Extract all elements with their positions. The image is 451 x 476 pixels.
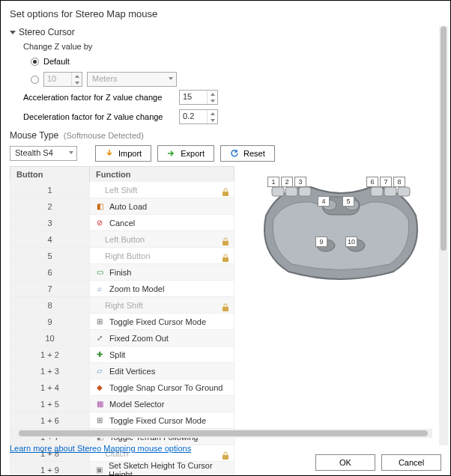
split-icon: ✚ bbox=[94, 350, 105, 360]
change-z-label: Change Z value by bbox=[23, 42, 435, 51]
accel-spinner[interactable]: 15 bbox=[179, 90, 218, 105]
vertical-scroll-thumb[interactable] bbox=[441, 26, 447, 251]
lock-icon bbox=[222, 303, 229, 312]
custom-value-spinner: 10 bbox=[43, 72, 82, 87]
table-row[interactable]: 10⤢Fixed Zoom Out bbox=[10, 330, 234, 347]
function-label: Left Button bbox=[105, 235, 145, 244]
import-label: Import bbox=[118, 149, 142, 158]
svg-rect-1 bbox=[223, 241, 228, 245]
vertical-scrollbar[interactable] bbox=[439, 26, 448, 445]
model-selector-icon: ▦ bbox=[94, 399, 105, 409]
reset-button[interactable]: Reset bbox=[220, 145, 275, 162]
diagram-button-label-2: 2 bbox=[281, 177, 293, 187]
button-cell: 10 bbox=[10, 330, 90, 346]
function-cell[interactable]: ◆Toggle Snap Cursor To Ground bbox=[90, 382, 234, 393]
function-label: Cancel bbox=[109, 219, 135, 228]
section-stereo-cursor[interactable]: Stereo Cursor bbox=[10, 27, 435, 37]
svg-rect-3 bbox=[223, 307, 228, 311]
table-row[interactable]: 2◧Auto Load bbox=[10, 198, 234, 215]
table-row[interactable]: 1 + 3▱Edit Vertices bbox=[10, 363, 234, 379]
import-button[interactable]: Import bbox=[95, 145, 151, 162]
radio-default[interactable] bbox=[31, 58, 39, 66]
export-icon bbox=[167, 149, 176, 158]
function-cell[interactable]: ✚Split bbox=[90, 350, 234, 360]
diagram-button-label-10: 10 bbox=[345, 237, 357, 247]
function-cell[interactable]: ◧Auto Load bbox=[90, 201, 234, 212]
table-row[interactable]: 4Left Button bbox=[10, 231, 234, 248]
horizontal-scroll-thumb[interactable] bbox=[19, 430, 428, 436]
finish-icon: ▭ bbox=[94, 267, 105, 278]
svg-rect-2 bbox=[223, 257, 228, 262]
table-row[interactable]: 1 + 6⊞Toggle Fixed Cursor Mode bbox=[10, 412, 234, 429]
horizontal-scrollbar[interactable] bbox=[10, 429, 432, 438]
button-cell: 3 bbox=[10, 215, 90, 231]
function-label: Model Selector bbox=[109, 400, 164, 409]
table-row[interactable]: 5Right Button bbox=[10, 248, 234, 264]
button-cell: 4 bbox=[10, 231, 90, 247]
table-row[interactable]: 3⊘Cancel bbox=[10, 215, 234, 231]
function-label: Toggle Snap Cursor To Ground bbox=[109, 383, 223, 392]
lock-icon bbox=[222, 254, 229, 263]
th-function[interactable]: Function bbox=[90, 167, 234, 182]
zoom-out-icon: ⤢ bbox=[94, 333, 105, 344]
mouse-model-combo[interactable]: Stealth S4 bbox=[10, 146, 77, 161]
function-cell[interactable]: Left Shift bbox=[90, 186, 234, 195]
ok-button[interactable]: OK bbox=[315, 454, 375, 471]
table-row[interactable]: 8Right Shift bbox=[10, 297, 234, 314]
function-cell[interactable]: ⤢Fixed Zoom Out bbox=[90, 333, 234, 344]
table-row[interactable]: 6▭Finish bbox=[10, 264, 234, 281]
table-row[interactable]: 7⌕Zoom to Model bbox=[10, 281, 234, 297]
function-cell[interactable]: ⊞Toggle Fixed Cursor Mode bbox=[90, 317, 234, 327]
function-cell[interactable]: ⊘Cancel bbox=[90, 218, 234, 228]
function-cell[interactable]: ▱Edit Vertices bbox=[90, 366, 234, 376]
edit-vertices-icon: ▱ bbox=[94, 366, 105, 376]
button-cell: 1 bbox=[10, 182, 90, 198]
button-cell: 5 bbox=[10, 248, 90, 263]
function-cell[interactable]: ⊞Toggle Fixed Cursor Mode bbox=[90, 415, 234, 426]
function-cell[interactable]: ▣Set Sketch Height To Cursor Height bbox=[90, 461, 234, 476]
function-cell[interactable]: Right Shift bbox=[90, 301, 234, 310]
table-row[interactable]: 1 + 9▣Set Sketch Height To Cursor Height bbox=[10, 462, 234, 475]
fixed-cursor-icon: ⊞ bbox=[94, 317, 105, 327]
function-label: Set Sketch Height To Cursor Height bbox=[109, 461, 229, 476]
function-cell[interactable]: Left Button bbox=[90, 235, 234, 244]
button-cell: 1 + 2 bbox=[10, 347, 90, 362]
radio-custom[interactable] bbox=[31, 76, 39, 84]
table-row[interactable]: 1 + 2✚Split bbox=[10, 347, 234, 363]
table-row[interactable]: 1 + 4◆Toggle Snap Cursor To Ground bbox=[10, 379, 234, 396]
svg-rect-8 bbox=[272, 187, 284, 196]
th-button[interactable]: Button bbox=[10, 167, 90, 182]
decel-spinner[interactable]: 0.2 bbox=[179, 109, 218, 124]
diagram-button-label-6: 6 bbox=[366, 177, 378, 187]
learn-more-link[interactable]: Learn more about Stereo Mapping mouse op… bbox=[10, 444, 191, 453]
export-label: Export bbox=[181, 149, 205, 158]
import-icon bbox=[105, 149, 114, 158]
radio-default-row[interactable]: Default bbox=[31, 54, 435, 69]
decel-label: Deceleration factor for Z value change bbox=[23, 112, 173, 121]
function-cell[interactable]: Right Button bbox=[90, 251, 234, 260]
function-cell[interactable]: ▦Model Selector bbox=[90, 399, 234, 409]
table-row[interactable]: 1 + 5▦Model Selector bbox=[10, 396, 234, 412]
function-label: Zoom to Model bbox=[109, 284, 164, 293]
mouse-detected: (Softmouse Detected) bbox=[64, 131, 144, 140]
function-cell[interactable]: ⌕Zoom to Model bbox=[90, 284, 234, 294]
table-row[interactable]: 9⊞Toggle Fixed Cursor Mode bbox=[10, 314, 234, 330]
cancel-button[interactable]: Cancel bbox=[381, 454, 441, 471]
function-label: Right Shift bbox=[105, 301, 143, 310]
function-label: Right Button bbox=[105, 251, 151, 260]
svg-rect-13 bbox=[398, 187, 410, 196]
export-button[interactable]: Export bbox=[157, 145, 214, 162]
cancel-icon: ⊘ bbox=[94, 218, 105, 228]
button-cell: 1 + 3 bbox=[10, 363, 90, 379]
fixed-cursor-icon: ⊞ bbox=[94, 415, 105, 426]
function-label: Left Shift bbox=[105, 186, 137, 195]
function-cell[interactable]: ▭Finish bbox=[90, 267, 234, 278]
table-row[interactable]: 1Left Shift bbox=[10, 182, 234, 198]
diagram-button-label-5: 5 bbox=[342, 196, 354, 207]
button-cell: 2 bbox=[10, 198, 90, 214]
svg-rect-4 bbox=[223, 455, 228, 460]
function-label: Auto Load bbox=[109, 202, 147, 211]
radio-custom-row[interactable]: 10 Meters bbox=[31, 72, 435, 87]
lock-icon bbox=[222, 451, 229, 460]
svg-rect-0 bbox=[223, 192, 228, 196]
